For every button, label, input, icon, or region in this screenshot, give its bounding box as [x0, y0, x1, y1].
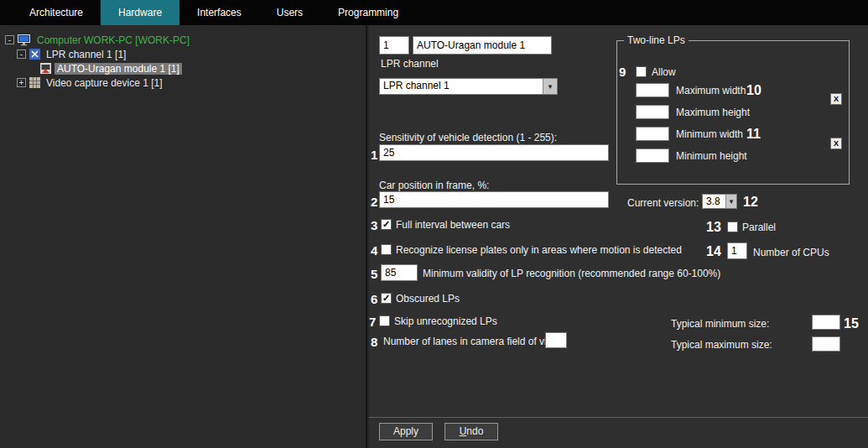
current-version-select[interactable]: 3.8 ▾ [702, 194, 737, 209]
lpr-channel-field-label: LPR channel [381, 58, 439, 70]
chevron-down-icon[interactable]: ▾ [543, 79, 557, 94]
car-position-label: Car position in frame, %: [379, 180, 489, 191]
parallel-checkbox[interactable] [727, 221, 738, 232]
collapse-icon[interactable]: - [5, 35, 14, 44]
lpr-configuration-window: { "icons": { "dropdown_arrow": "▾", "col… [0, 0, 868, 448]
recognize-motion-checkbox[interactable] [381, 244, 392, 255]
computer-icon [18, 34, 31, 46]
parallel-label: Parallel [742, 221, 776, 233]
annotation-13: 13 [706, 220, 721, 235]
skip-unrecognized-label: Skip unrecognized LPs [394, 315, 497, 327]
typical-max-size-input[interactable] [812, 336, 840, 352]
max-height-input[interactable] [636, 105, 669, 119]
chevron-down-icon[interactable]: ▾ [725, 195, 736, 208]
tree-row-lpr-channel[interactable]: - LPR channel 1 [1] [0, 47, 366, 61]
annotation-15: 15 [844, 316, 859, 331]
typical-min-size-input[interactable] [812, 315, 840, 330]
annotation-14: 14 [706, 244, 721, 259]
two-line-lps-title: Two-line LPs [624, 34, 689, 46]
collapse-icon[interactable]: - [17, 49, 26, 59]
max-height-label: Maximum height [676, 107, 750, 118]
lpr-channel-select[interactable]: LPR channel 1 ▾ [379, 78, 558, 95]
min-height-label: Minimum height [676, 150, 747, 162]
skip-unrecognized-checkbox[interactable] [379, 315, 390, 326]
current-version-label: Current version: [627, 197, 699, 209]
top-tab-bar: Architecture Hardware Interfaces Users P… [0, 0, 868, 25]
apply-button[interactable]: Apply [379, 423, 433, 440]
typical-min-size-label: Typical minimum size: [671, 318, 769, 330]
tree-item-lpr-channel[interactable]: LPR channel 1 [1] [44, 49, 128, 60]
lpr-channel-selected-value: LPR channel 1 [380, 79, 543, 94]
tab-users[interactable]: Users [259, 0, 320, 25]
tree-row-video-device[interactable]: + Video capture device 1 [1] [0, 76, 366, 90]
obscured-lps-checkbox[interactable]: ✓ [381, 293, 392, 304]
tab-hardware[interactable]: Hardware [101, 0, 179, 25]
tab-interfaces[interactable]: Interfaces [179, 0, 259, 25]
settings-panel: LPR channel LPR channel 1 ▾ Two-line LPs… [369, 25, 868, 448]
expand-icon[interactable]: + [17, 78, 26, 87]
annotation-2: 2 [371, 195, 377, 209]
min-height-input[interactable] [636, 148, 669, 163]
uragan-module-icon [40, 63, 51, 74]
tree-item-computer[interactable]: Computer WORK-PC [WORK-PC] [34, 34, 192, 46]
undo-button-label: Undo [445, 424, 497, 440]
annotation-7: 7 [369, 315, 376, 329]
sensitivity-input[interactable] [379, 144, 609, 161]
tree-row-uragan-module[interactable]: AUTO-Uragan module 1 [1] [0, 61, 366, 76]
annotation-6: 6 [371, 292, 377, 306]
max-width-label: Maximum width [676, 85, 746, 96]
annotation-4: 4 [371, 243, 377, 258]
cpus-label: Number of CPUs [753, 247, 829, 258]
max-width-input[interactable] [636, 83, 669, 97]
tab-programming[interactable]: Programming [320, 0, 416, 25]
video-capture-icon [29, 77, 40, 88]
annotation-11: 11 [746, 127, 761, 142]
tree-item-uragan-module[interactable]: AUTO-Uragan module 1 [1] [55, 63, 182, 75]
annotation-9: 9 [619, 65, 626, 79]
min-validity-input[interactable] [381, 264, 418, 281]
object-name-input[interactable] [413, 36, 552, 55]
annotation-1: 1 [371, 148, 377, 162]
min-width-input[interactable] [636, 127, 669, 141]
lanes-label: Number of lanes in camera field of view: [383, 336, 562, 347]
tree-item-video-device[interactable]: Video capture device 1 [1] [44, 77, 165, 89]
min-validity-label: Minimum validity of LP recognition (reco… [423, 268, 720, 279]
allow-two-line-label: Allow [652, 66, 676, 78]
undo-button[interactable]: Undo [444, 423, 498, 440]
sensitivity-label: Sensitivity of vehicle detection (1 - 25… [379, 132, 557, 143]
hardware-tree-panel: - Computer WORK-PC [WORK-PC] - LPR chann… [0, 25, 367, 448]
allow-two-line-checkbox[interactable] [636, 66, 647, 77]
annotation-3: 3 [371, 218, 377, 232]
two-line-lps-group: Two-line LPs 9 Allow Maximum width 10 Ma… [616, 40, 850, 185]
typical-max-size-label: Typical maximum size: [671, 339, 772, 351]
lanes-input[interactable] [545, 332, 567, 348]
current-version-value: 3.8 [703, 195, 725, 208]
lpr-channel-icon [29, 49, 40, 60]
annotation-5: 5 [371, 267, 377, 281]
clear-max-size-button[interactable]: X [830, 93, 842, 105]
apply-button-label: Apply [380, 424, 432, 440]
annotation-10: 10 [746, 83, 761, 98]
recognize-motion-label: Recognize license plates only in areas w… [396, 244, 682, 256]
full-interval-label: Full interval between cars [396, 219, 510, 231]
clear-min-size-button[interactable]: X [830, 138, 842, 149]
full-interval-checkbox[interactable]: ✓ [381, 219, 392, 230]
car-position-input[interactable] [379, 191, 609, 208]
footer-divider [369, 417, 868, 418]
obscured-lps-label: Obscured LPs [396, 293, 460, 305]
annotation-12: 12 [743, 195, 758, 210]
min-width-label: Minimum width [676, 128, 743, 140]
annotation-8: 8 [371, 335, 377, 349]
cpus-input[interactable] [727, 242, 747, 259]
object-id-input[interactable] [379, 36, 409, 55]
tree-row-computer[interactable]: - Computer WORK-PC [WORK-PC] [0, 33, 366, 47]
tab-architecture[interactable]: Architecture [12, 0, 101, 25]
